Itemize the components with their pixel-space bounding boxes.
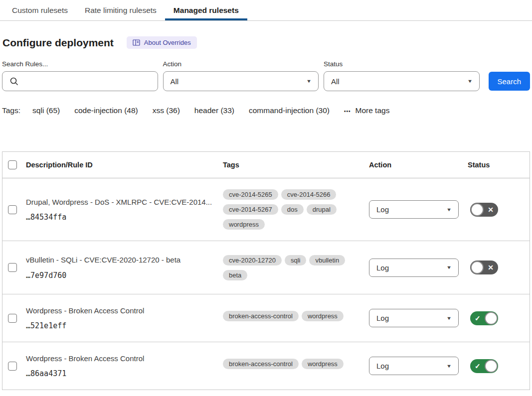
more-tags-button[interactable]: ••• More tags [344,106,389,115]
tab-bar: Custom rulesets Rate limiting rulesets M… [0,0,532,21]
toggle-knob [485,360,498,373]
tag-pill: sqli [285,255,307,265]
toggle-knob [485,312,498,325]
rule-tags: broken-access-controlwordpress [223,359,369,374]
chevron-down-icon: ▼ [446,316,452,321]
rule-description: Wordpress - Broken Access Control [26,306,223,316]
tag-pill: drupal [307,204,337,215]
rule-id: …84534ffa [26,213,223,222]
tag-filter[interactable]: header (33) [194,106,234,115]
chevron-down-icon: ▼ [306,79,312,84]
toggle-knob [471,203,484,216]
tag-pill: wordpress [302,311,344,321]
chevron-down-icon: ▼ [446,265,452,270]
action-select[interactable]: Log ▼ [369,200,459,219]
tag-pill: dos [281,204,304,215]
status-filter-value: All [331,77,340,86]
tags-bar-label: Tags: [2,106,20,115]
status-filter-select[interactable]: All ▼ [324,71,480,91]
search-input-wrap [2,71,158,91]
action-select[interactable]: Log ▼ [369,357,459,375]
rule-description: Drupal, Wordpress - DoS - XMLRPC - CVE:C… [26,197,223,207]
main-content: Configure deployment About Overrides Sea… [0,36,532,390]
tab-managed-rulesets[interactable]: Managed rulesets [165,0,247,20]
tag-pill: broken-access-control [223,359,299,369]
action-select-value: Log [376,264,389,272]
tab-custom-rulesets[interactable]: Custom rulesets [3,0,76,20]
tag-filter-list: sqli (65) code-injection (48) xss (36) h… [32,106,344,115]
col-tags: Tags [223,161,369,169]
book-icon [133,39,140,46]
row-checkbox[interactable] [8,314,17,323]
tag-pill: cve-2014-5267 [223,204,278,215]
more-tags-label: More tags [355,106,389,115]
toggle-state-icon: ✕ [488,206,494,214]
tag-pill: beta [223,270,247,280]
toggle-state-icon: ✓ [475,314,481,322]
action-select-value: Log [376,362,389,370]
status-toggle[interactable]: ✓ [470,311,498,325]
action-select[interactable]: Log ▼ [369,259,459,277]
toggle-state-icon: ✓ [475,362,481,370]
table-row: Wordpress - Broken Access Control …86aa4… [2,342,530,390]
tag-filter[interactable]: xss (36) [153,106,180,115]
tag-pill: wordpress [302,359,344,369]
row-checkbox[interactable] [8,205,17,214]
rule-description: Wordpress - Broken Access Control [26,354,223,364]
action-filter-value: All [171,77,179,86]
rule-tags: broken-access-controlwordpress [223,311,369,326]
tag-filter[interactable]: command-injection (30) [249,106,330,115]
action-filter-select[interactable]: All ▼ [163,71,319,91]
table-row: vBulletin - SQLi - CVE:CVE-2020-12720 - … [2,241,530,294]
tag-pill: cve-2020-12720 [223,255,282,265]
search-button[interactable]: Search [489,72,530,91]
chevron-down-icon: ▼ [467,79,473,84]
rules-table: Description/Rule ID Tags Action Status D… [2,151,530,390]
about-overrides-label: About Overrides [144,39,191,46]
table-body: Drupal, Wordpress - DoS - XMLRPC - CVE:C… [2,178,530,390]
table-header-row: Description/Rule ID Tags Action Status [2,152,530,178]
row-checkbox[interactable] [8,362,17,371]
select-all-checkbox[interactable] [8,160,17,169]
tab-rate-limiting-rulesets[interactable]: Rate limiting rulesets [76,0,165,20]
search-input[interactable] [23,77,153,86]
tag-pill: vbulletin [309,255,345,265]
toggle-state-icon: ✕ [488,264,494,271]
tag-pill: broken-access-control [223,311,299,321]
page-title: Configure deployment [2,37,114,49]
row-checkbox[interactable] [8,263,17,272]
col-description: Description/Rule ID [26,161,223,169]
action-filter-label: Action [163,60,319,68]
action-select-value: Log [376,205,389,214]
action-select-value: Log [376,314,389,322]
status-toggle[interactable]: ✓ [470,359,498,373]
status-toggle[interactable]: ✕ [470,203,498,217]
rule-id: …521e1eff [26,321,223,330]
action-select[interactable]: Log ▼ [369,309,459,327]
table-row: Drupal, Wordpress - DoS - XMLRPC - CVE:C… [2,178,530,241]
status-toggle[interactable]: ✕ [470,261,498,274]
section-header: Configure deployment About Overrides [2,36,530,49]
rule-tags: cve-2020-12720sqlivbulletinbeta [223,255,369,280]
col-status: Status [468,161,530,169]
rule-tags: cve-2014-5265cve-2014-5266cve-2014-5267d… [223,189,369,230]
filter-bar: Search Rules... Action All ▼ Status [2,60,530,91]
tag-pill: cve-2014-5266 [281,189,337,200]
col-action: Action [369,161,468,169]
table-row: Wordpress - Broken Access Control …521e1… [2,294,530,342]
status-filter-label: Status [324,60,480,68]
chevron-down-icon: ▼ [446,364,452,369]
tag-filter[interactable]: sqli (65) [32,106,60,115]
rule-id: …86aa4371 [26,369,223,378]
tag-filter[interactable]: code-injection (48) [74,106,138,115]
tag-pill: wordpress [223,219,265,230]
about-overrides-badge[interactable]: About Overrides [127,36,197,49]
tag-pill: cve-2014-5265 [223,189,278,200]
tags-bar: Tags: sqli (65) code-injection (48) xss … [2,106,530,115]
ellipsis-icon: ••• [344,109,351,114]
search-rules-label: Search Rules... [2,60,158,68]
toggle-knob [471,261,484,274]
rule-description: vBulletin - SQLi - CVE:CVE-2020-12720 - … [26,255,223,265]
rule-id: …7e97d760 [26,271,223,280]
chevron-down-icon: ▼ [446,207,452,212]
